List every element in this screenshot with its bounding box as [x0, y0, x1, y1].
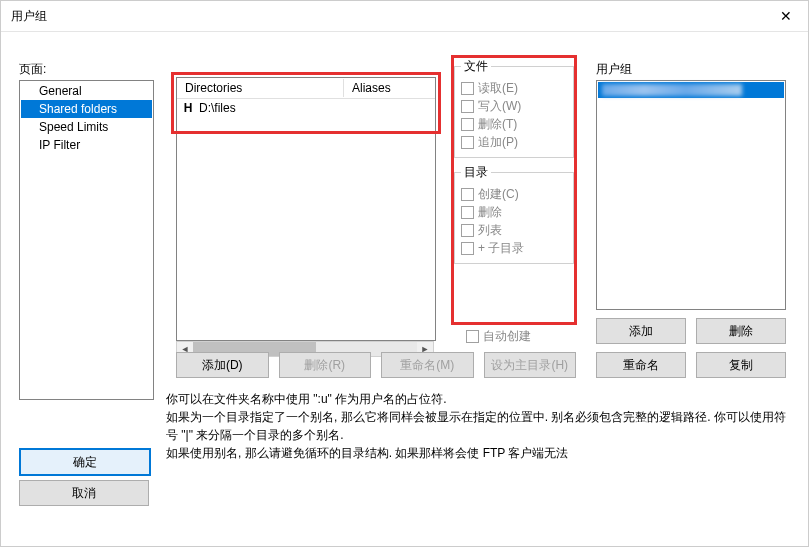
checkbox-icon[interactable] [461, 224, 474, 237]
ug-copy-button[interactable]: 复制 [696, 352, 786, 378]
pages-list[interactable]: General Shared folders Speed Limits IP F… [19, 80, 154, 400]
directories-group: Directories Aliases H D:\files ◄ ► [176, 77, 436, 357]
perm-delete-file[interactable]: 删除(T) [461, 115, 567, 133]
checkbox-icon[interactable] [466, 330, 479, 343]
cancel-button[interactable]: 取消 [19, 480, 149, 506]
help-text: 你可以在文件夹名称中使用 ":u" 作为用户名的占位符. 如果为一个目录指定了一… [166, 390, 786, 462]
checkbox-icon[interactable] [461, 242, 474, 255]
perm-create[interactable]: 创建(C) [461, 185, 567, 203]
directories-list[interactable]: Directories Aliases H D:\files [176, 77, 436, 341]
checkbox-icon[interactable] [461, 100, 474, 113]
directory-buttons: 添加(D) 删除(R) 重命名(M) 设为主目录(H) [176, 352, 576, 378]
home-marker: H [177, 101, 199, 115]
perm-delete-dir[interactable]: 删除 [461, 203, 567, 221]
groups-dialog: 用户组 ✕ 页面: General Shared folders Speed L… [0, 0, 809, 547]
perm-subdirs[interactable]: + 子目录 [461, 239, 567, 257]
perm-append[interactable]: 追加(P) [461, 133, 567, 151]
client-area: 页面: General Shared folders Speed Limits … [1, 32, 808, 547]
user-groups-list[interactable] [596, 80, 786, 310]
page-item-speed-limits[interactable]: Speed Limits [21, 118, 152, 136]
col-aliases[interactable]: Aliases [343, 79, 435, 97]
page-item-shared-folders[interactable]: Shared folders [21, 100, 152, 118]
dir-remove-button[interactable]: 删除(R) [279, 352, 372, 378]
help-line: 如果使用别名, 那么请避免循环的目录结构. 如果那样将会使 FTP 客户端无法 [166, 444, 786, 462]
checkbox-icon[interactable] [461, 188, 474, 201]
window-title: 用户组 [11, 8, 47, 25]
dir-sethome-button[interactable]: 设为主目录(H) [484, 352, 577, 378]
checkbox-icon[interactable] [461, 118, 474, 131]
checkbox-icon[interactable] [461, 136, 474, 149]
ug-remove-button[interactable]: 删除 [696, 318, 786, 344]
dir-path: D:\files [199, 101, 435, 115]
directories-header: Directories Aliases [177, 78, 435, 99]
page-item-ip-filter[interactable]: IP Filter [21, 136, 152, 154]
col-directories[interactable]: Directories [177, 79, 343, 97]
close-icon[interactable]: ✕ [763, 1, 808, 31]
perm-write[interactable]: 写入(W) [461, 97, 567, 115]
dir-add-button[interactable]: 添加(D) [176, 352, 269, 378]
auto-create-checkbox[interactable]: 自动创建 [466, 328, 531, 345]
dir-legend: 目录 [461, 164, 491, 181]
dir-permissions: 目录 创建(C) 删除 列表 + 子目录 [454, 164, 574, 264]
ug-rename-button[interactable]: 重命名 [596, 352, 686, 378]
titlebar: 用户组 ✕ [1, 1, 808, 32]
pages-label: 页面: [19, 61, 46, 78]
dir-rename-button[interactable]: 重命名(M) [381, 352, 474, 378]
redacted-group-name [602, 84, 742, 96]
help-line: 你可以在文件夹名称中使用 ":u" 作为用户名的占位符. [166, 390, 786, 408]
page-item-general[interactable]: General [21, 82, 152, 100]
checkbox-icon[interactable] [461, 82, 474, 95]
table-row[interactable]: H D:\files [177, 99, 435, 117]
user-groups-label: 用户组 [596, 61, 632, 78]
user-group-buttons: 添加 删除 重命名 复制 [596, 318, 786, 378]
help-line: 如果为一个目录指定了一个别名, 那么它将同样会被显示在指定的位置中. 别名必须包… [166, 408, 786, 444]
ok-button[interactable]: 确定 [19, 448, 151, 476]
perm-list[interactable]: 列表 [461, 221, 567, 239]
file-legend: 文件 [461, 58, 491, 75]
checkbox-icon[interactable] [461, 206, 474, 219]
perm-read[interactable]: 读取(E) [461, 79, 567, 97]
ug-add-button[interactable]: 添加 [596, 318, 686, 344]
file-permissions: 文件 读取(E) 写入(W) 删除(T) 追加(P) [454, 58, 574, 158]
list-item[interactable] [598, 82, 784, 98]
permissions-group: 文件 读取(E) 写入(W) 删除(T) 追加(P) 目录 创建(C) 删除 列… [454, 58, 574, 322]
